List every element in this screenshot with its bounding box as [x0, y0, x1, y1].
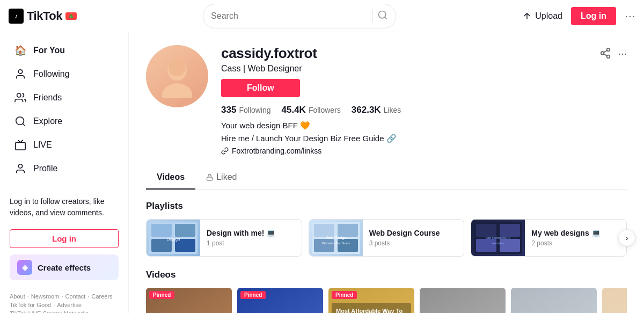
playlists-title: Playlists — [146, 201, 627, 212]
following-label: Following — [239, 106, 270, 114]
video-thumb-5: Redecorate my office with me! ▶ 3784 — [602, 288, 627, 313]
playlist-card-1[interactable]: Web Design Websites For Goals Web Design… — [309, 219, 465, 257]
logo-text: TikTok — [27, 9, 62, 23]
following-icon — [14, 68, 27, 81]
footer-links: About · Newsroom · Contact · Careers Tik… — [10, 293, 119, 313]
footer-link-sep3: · — [87, 293, 89, 300]
profile-tabs: Videos Liked — [146, 166, 627, 190]
profile-info: cassidy.foxtrot ··· Cass | Web Designer … — [221, 45, 627, 155]
videos-title: Videos — [146, 270, 627, 280]
svg-point-10 — [601, 52, 604, 55]
profile-link[interactable]: Foxtrotbranding.com/linkss — [221, 147, 627, 155]
sidebar-item-explore[interactable]: Explore — [4, 110, 124, 133]
sidebar-item-live[interactable]: LIVE — [4, 133, 124, 157]
sidebar-item-for-you[interactable]: 🏠 For You — [4, 39, 124, 62]
footer-link-sep2: · — [61, 293, 63, 300]
video-card-4[interactable]: People aren't reading your website ▶ 16.… — [511, 288, 597, 313]
footer-link-contact[interactable]: Contact — [65, 293, 85, 300]
svg-point-9 — [607, 48, 610, 52]
playlist-name-0: Design with me! 💻 — [207, 229, 275, 237]
footer-link-advertise[interactable]: Advertise — [57, 302, 82, 308]
pinned-badge-0: Pinned — [149, 291, 174, 299]
tab-liked[interactable]: Liked — [195, 166, 247, 190]
search-icon[interactable] — [377, 10, 388, 22]
tab-videos[interactable]: Videos — [146, 166, 195, 190]
sidebar-login-button[interactable]: Log in — [10, 229, 119, 248]
video-card-5[interactable]: Redecorate my office with me! ▶ 3784 Sti… — [602, 288, 627, 313]
sidebar-label-profile: Profile — [33, 164, 57, 173]
logo-badge: 🎄 — [65, 12, 77, 20]
following-count: 335 — [221, 105, 236, 115]
more-options-icon[interactable]: ⋯ — [625, 10, 635, 23]
search-input[interactable] — [211, 11, 368, 21]
svg-rect-17 — [175, 224, 195, 237]
playlist-count-2: 2 posts — [531, 239, 600, 247]
playlist-thumb-0: Design — [147, 220, 200, 256]
playlist-count-1: 3 posts — [369, 239, 440, 247]
video-thumb-4: People aren't reading your website ▶ 16.… — [511, 288, 597, 313]
sidebar-divider — [6, 185, 122, 185]
profile-more-icon[interactable]: ··· — [618, 47, 627, 62]
sidebar: 🏠 For You Following Friends Explore L — [0, 32, 129, 313]
header-right: Upload Log in ⋯ — [522, 7, 635, 25]
svg-point-0 — [379, 11, 386, 18]
share-icon[interactable] — [599, 47, 611, 62]
pinned-badge-1: Pinned — [240, 291, 266, 299]
search-bar — [203, 4, 396, 28]
playlist-card-2[interactable]: add comments to websites My web designs … — [471, 219, 627, 257]
tiktok-logo-icon: ♪ — [9, 9, 24, 24]
footer-link-careers[interactable]: Careers — [91, 293, 112, 300]
avatar-image — [146, 45, 208, 107]
svg-point-8 — [169, 59, 186, 76]
profile-username: cassidy.foxtrot — [221, 45, 317, 62]
playlist-thumb-1: Web Design Websites For Goals — [309, 220, 363, 256]
login-button[interactable]: Log in — [571, 7, 616, 25]
playlist-next-button[interactable]: › — [618, 229, 635, 246]
sidebar-login-prompt: Log in to follow creators, like videos, … — [0, 190, 128, 225]
footer-link-livecreator[interactable]: TikTok LIVE Creator Networks — [10, 310, 89, 313]
profile-avatar — [146, 45, 208, 107]
upload-button[interactable]: Upload — [522, 11, 562, 21]
upload-label: Upload — [535, 11, 562, 21]
footer-link-tiktokforgood[interactable]: TikTok for Good — [10, 302, 51, 308]
svg-rect-29 — [476, 224, 496, 237]
svg-point-3 — [16, 117, 24, 125]
video-thumb-0: Pinned A Shopify mistake that makes you … — [146, 288, 232, 313]
playlist-card-0[interactable]: Design Design with me! 💻 1 post — [146, 219, 302, 257]
svg-rect-23 — [338, 224, 358, 237]
video-card-0[interactable]: Pinned A Shopify mistake that makes you … — [146, 288, 232, 313]
footer-link-about[interactable]: About — [10, 293, 25, 300]
video-card-3[interactable]: The #1 small business web design mistake… — [420, 288, 506, 313]
svg-rect-24 — [314, 239, 334, 252]
tab-liked-label: Liked — [206, 172, 237, 182]
video-card-2[interactable]: Pinned Most Affordable Way To Vet the Be… — [328, 288, 414, 313]
svg-text:add comments to: add comments to — [486, 236, 511, 239]
profile-stats: 335 Following 45.4K Followers 362.3K Lik… — [221, 105, 627, 115]
svg-rect-31 — [476, 239, 496, 252]
logo[interactable]: ♪ TikTok 🎄 — [9, 9, 77, 24]
create-effects-button[interactable]: ◈ Create effects — [10, 254, 119, 280]
video-card-1[interactable]: Pinned How I started my sustainable and … — [237, 288, 323, 313]
live-icon — [14, 139, 27, 151]
follow-button[interactable]: Follow — [221, 79, 300, 97]
footer-link-newsroom[interactable]: Newsroom — [31, 293, 60, 300]
video-overlay-text-2: Most Affordable Way To Vet the Best Char… — [332, 303, 411, 313]
profile-display-name: Cass | Web Designer — [221, 64, 627, 74]
sidebar-item-friends[interactable]: Friends — [4, 86, 124, 110]
pinned-badge-2: Pinned — [332, 291, 357, 299]
videos-grid: Pinned A Shopify mistake that makes you … — [146, 288, 627, 313]
sidebar-label-for-you: For You — [33, 46, 65, 55]
sidebar-item-following[interactable]: Following — [4, 62, 124, 86]
svg-point-7 — [162, 83, 192, 98]
effects-icon: ◈ — [17, 260, 32, 275]
playlist-info-2: My web designs 💻 2 posts — [525, 223, 606, 252]
playlists-row: Design Design with me! 💻 1 post — [146, 219, 627, 257]
sidebar-item-profile[interactable]: Profile — [4, 157, 124, 180]
video-thumb-2: Pinned Most Affordable Way To Vet the Be… — [328, 288, 414, 313]
videos-section: Videos Pinned A Shopify mistake that mak… — [146, 270, 627, 313]
stat-following: 335 Following — [221, 105, 271, 115]
likes-label: Likes — [384, 106, 401, 114]
home-icon: 🏠 — [14, 44, 27, 57]
footer-link-sep: · — [27, 293, 29, 300]
svg-point-1 — [18, 70, 22, 74]
